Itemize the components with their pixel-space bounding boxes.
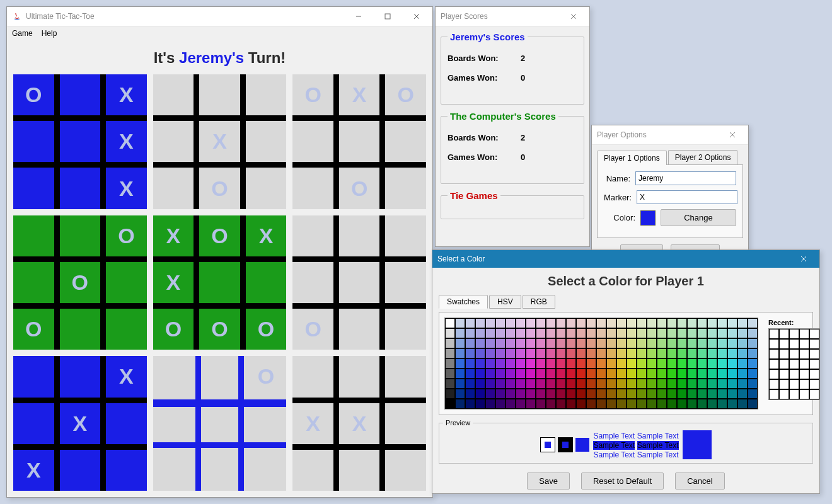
cell-6-4[interactable]: X (60, 403, 101, 444)
cell-1-7[interactable]: O (199, 168, 240, 209)
color-swatch-cell[interactable] (576, 399, 586, 409)
color-swatch-cell[interactable] (687, 338, 697, 348)
color-swatch-cell[interactable] (717, 338, 727, 348)
color-swatch-cell[interactable] (596, 348, 606, 358)
color-swatch-cell[interactable] (697, 348, 707, 358)
color-swatch-cell[interactable] (485, 389, 495, 399)
color-swatch-cell[interactable] (445, 389, 455, 399)
color-swatch-cell[interactable] (667, 348, 677, 358)
color-swatch-cell[interactable] (727, 338, 737, 348)
color-swatch-cell[interactable] (707, 379, 717, 389)
recent-color-cell[interactable] (789, 389, 799, 399)
main-titlebar[interactable]: Ultimate Tic-Tac-Toe (7, 7, 432, 26)
color-swatch-cell[interactable] (727, 328, 737, 338)
cell-4-0[interactable]: X (153, 215, 194, 256)
color-swatch-cell[interactable] (556, 358, 566, 369)
color-swatch-cell[interactable] (687, 389, 697, 399)
color-swatch-cell[interactable] (616, 348, 627, 358)
color-swatch-cell[interactable] (727, 399, 737, 409)
color-swatch-cell[interactable] (506, 389, 516, 399)
color-swatch-cell[interactable] (566, 318, 576, 328)
recent-color-cell[interactable] (789, 349, 799, 359)
cell-4-3[interactable]: X (153, 262, 194, 303)
recent-color-cell[interactable] (779, 379, 789, 389)
cell-2-4[interactable] (339, 121, 380, 162)
color-swatch-cell[interactable] (657, 338, 667, 348)
color-swatch-cell[interactable] (606, 389, 616, 399)
color-swatch-cell[interactable] (485, 318, 495, 328)
tab-player1-options[interactable]: Player 1 Options (597, 151, 667, 165)
color-swatch-cell[interactable] (717, 389, 727, 399)
recent-color-cell[interactable] (799, 369, 809, 379)
color-swatch-cell[interactable] (485, 399, 495, 409)
color-swatch-cell[interactable] (455, 369, 465, 379)
color-swatch-cell[interactable] (536, 389, 546, 399)
color-swatch-cell[interactable] (697, 338, 707, 348)
recent-color-cell[interactable] (789, 369, 799, 379)
color-swatch-cell[interactable] (707, 369, 717, 379)
color-swatch-cell[interactable] (495, 318, 506, 328)
color-swatch-cell[interactable] (465, 399, 475, 409)
minimize-button[interactable] (344, 7, 373, 26)
color-swatch-cell[interactable] (647, 348, 657, 358)
cell-6-3[interactable] (13, 403, 54, 444)
cell-5-4[interactable] (339, 262, 380, 303)
color-swatch-cell[interactable] (596, 399, 606, 409)
color-swatch-cell[interactable] (526, 318, 536, 328)
color-swatch-cell[interactable] (637, 379, 647, 389)
color-swatch-cell[interactable] (556, 399, 566, 409)
color-swatch-cell[interactable] (465, 379, 475, 389)
color-swatch-cell[interactable] (506, 379, 516, 389)
color-swatch-cell[interactable] (697, 358, 707, 369)
color-swatch-cell[interactable] (566, 328, 576, 338)
recent-color-cell[interactable] (799, 329, 809, 339)
color-swatch-cell[interactable] (475, 318, 485, 328)
color-swatch-cell[interactable] (586, 348, 596, 358)
cell-4-2[interactable]: X (246, 215, 287, 256)
cell-3-4[interactable]: O (60, 262, 101, 303)
color-swatch-cell[interactable] (536, 318, 546, 328)
cell-7-1[interactable] (199, 356, 240, 397)
name-field[interactable] (635, 171, 736, 185)
color-swatch-cell[interactable] (465, 369, 475, 379)
cell-0-0[interactable]: O (13, 74, 54, 115)
color-swatch-cell[interactable] (647, 328, 657, 338)
tab-rgb[interactable]: RGB (523, 295, 555, 309)
color-swatch-cell[interactable] (465, 358, 475, 369)
color-swatch-cell[interactable] (748, 379, 758, 389)
cell-4-1[interactable]: O (199, 215, 240, 256)
color-swatch-cell[interactable] (687, 369, 697, 379)
color-swatch-cell[interactable] (526, 379, 536, 389)
cell-7-6[interactable] (153, 450, 194, 491)
color-swatch-cell[interactable] (556, 389, 566, 399)
recent-color-cell[interactable] (799, 389, 809, 399)
color-swatch-cell[interactable] (737, 369, 748, 379)
color-swatch-cell[interactable] (677, 318, 687, 328)
color-swatch-cell[interactable] (596, 328, 606, 338)
menu-game[interactable]: Game (12, 29, 33, 38)
color-swatch-cell[interactable] (627, 369, 637, 379)
options-titlebar[interactable]: Player Options (592, 125, 748, 145)
color-swatch-cell[interactable] (495, 399, 506, 409)
color-swatch-cell[interactable] (637, 358, 647, 369)
color-swatch-cell[interactable] (616, 318, 627, 328)
color-swatch-cell[interactable] (576, 379, 586, 389)
cell-1-2[interactable] (246, 74, 287, 115)
recent-color-cell[interactable] (779, 329, 789, 339)
color-swatch-cell[interactable] (616, 389, 627, 399)
cell-1-4[interactable]: X (199, 121, 240, 162)
color-swatch-cell[interactable] (717, 358, 727, 369)
color-swatch-cell[interactable] (727, 369, 737, 379)
color-swatch-cell[interactable] (616, 328, 627, 338)
color-swatch-cell[interactable] (717, 318, 727, 328)
cell-7-2[interactable]: O (246, 356, 287, 397)
color-swatch-cell[interactable] (445, 399, 455, 409)
cell-3-8[interactable] (106, 309, 147, 350)
color-swatch-cell[interactable] (556, 379, 566, 389)
cell-0-7[interactable] (60, 168, 101, 209)
menu-help[interactable]: Help (42, 29, 57, 38)
color-swatch-cell[interactable] (667, 358, 677, 369)
color-swatch-cell[interactable] (677, 338, 687, 348)
recent-color-cell[interactable] (779, 369, 789, 379)
cell-8-0[interactable] (292, 356, 333, 397)
